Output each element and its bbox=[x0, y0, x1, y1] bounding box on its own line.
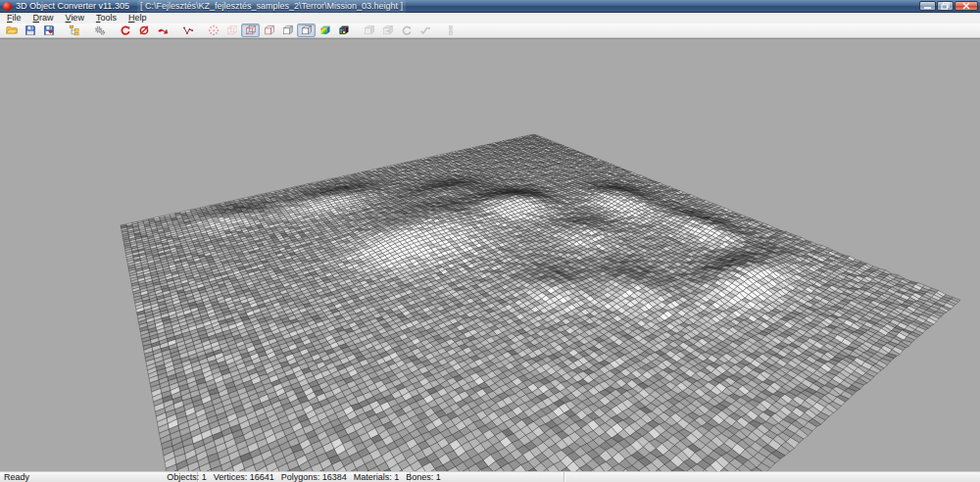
disabled-bone-icon bbox=[445, 24, 457, 36]
texture-cube-icon bbox=[338, 24, 350, 36]
disabled-check-icon bbox=[419, 24, 431, 36]
smooth-cube-icon bbox=[301, 24, 313, 36]
menu-help[interactable]: Help bbox=[122, 13, 153, 24]
rotate-object-button[interactable] bbox=[134, 24, 153, 37]
menu-view[interactable]: View bbox=[60, 13, 90, 24]
wireframe-display-button[interactable] bbox=[241, 24, 260, 37]
rotate-left-button[interactable] bbox=[116, 24, 134, 37]
hidden-line-cube-icon bbox=[264, 24, 275, 36]
save-file-button[interactable] bbox=[21, 24, 39, 37]
refresh-tool-button bbox=[397, 24, 416, 37]
status-bar: Ready Objects: 1 Vertices: 16641 Polygon… bbox=[0, 471, 980, 482]
viewport-3d[interactable] bbox=[0, 38, 980, 471]
open-folder-icon bbox=[6, 24, 18, 36]
minimize-button[interactable] bbox=[919, 1, 936, 11]
menu-draw[interactable]: Draw bbox=[27, 13, 60, 24]
status-materials: Materials: 1 bbox=[354, 472, 400, 482]
restore-button[interactable] bbox=[937, 1, 954, 11]
app-icon bbox=[3, 2, 12, 11]
point-cloud-icon bbox=[208, 24, 220, 36]
transform-button[interactable] bbox=[153, 24, 172, 37]
object-tree-icon bbox=[69, 24, 80, 36]
disabled-cube-icon bbox=[364, 24, 375, 36]
menu-tools[interactable]: Tools bbox=[90, 13, 122, 24]
close-button[interactable] bbox=[955, 1, 978, 11]
bone-tool-button bbox=[441, 24, 460, 37]
solid-flat-display-button[interactable] bbox=[278, 24, 297, 37]
status-vertices: Vertices: 16641 bbox=[214, 472, 274, 482]
save-as-button[interactable] bbox=[39, 24, 58, 37]
dotted-cube-icon bbox=[226, 24, 238, 36]
box-tool-button bbox=[360, 24, 378, 37]
verify-tool-button bbox=[416, 24, 434, 37]
rotate-circle-icon bbox=[138, 24, 150, 36]
rotate-left-icon bbox=[120, 24, 131, 36]
box-export-button bbox=[378, 24, 397, 37]
menu-file[interactable]: File bbox=[1, 13, 27, 24]
point-display-button[interactable] bbox=[204, 24, 222, 37]
window-controls bbox=[919, 1, 978, 11]
disabled-cube-arrow-icon bbox=[382, 24, 394, 36]
app-title: 3D Object Converter v11.305 bbox=[16, 0, 129, 13]
viewport-canvas[interactable] bbox=[0, 39, 980, 471]
red-arrow-icon bbox=[157, 24, 169, 36]
hidden-line-display-button[interactable] bbox=[260, 24, 278, 37]
status-objects: Objects: 1 bbox=[167, 472, 207, 482]
status-empty-panel bbox=[411, 472, 564, 482]
solid-smooth-display-button[interactable] bbox=[297, 24, 316, 37]
settings-button[interactable] bbox=[90, 24, 109, 37]
app-window: 3D Object Converter v11.305 [ C:\Fejlesz… bbox=[0, 0, 980, 482]
title-bar[interactable]: 3D Object Converter v11.305 [ C:\Fejlesz… bbox=[0, 0, 980, 13]
wireframe-cube-icon bbox=[245, 24, 257, 36]
document-path: [ C:\Fejlesztés\KZ_fejlesztés_samples_2\… bbox=[137, 0, 406, 13]
dotted-wireframe-button[interactable] bbox=[222, 24, 241, 37]
open-file-button[interactable] bbox=[2, 24, 21, 37]
material-cube-icon bbox=[319, 24, 331, 36]
disabled-refresh-icon bbox=[401, 24, 413, 36]
vertex-polyline-icon bbox=[182, 24, 194, 36]
menu-bar: File Draw View Tools Help bbox=[0, 13, 980, 24]
texture-display-button[interactable] bbox=[334, 24, 353, 37]
object-list-button[interactable] bbox=[65, 24, 83, 37]
gear-icon bbox=[94, 24, 106, 36]
status-empty-panel bbox=[564, 472, 980, 482]
save-as-floppy-icon bbox=[43, 24, 55, 36]
status-polygons: Polygons: 16384 bbox=[281, 472, 347, 482]
toolbar bbox=[0, 24, 980, 38]
save-floppy-icon bbox=[24, 24, 36, 36]
solid-cube-icon bbox=[282, 24, 294, 36]
material-display-button[interactable] bbox=[316, 24, 334, 37]
vertex-edit-button[interactable] bbox=[178, 24, 197, 37]
status-mesh-stats: Objects: 1 Vertices: 16641 Polygons: 163… bbox=[198, 472, 411, 482]
